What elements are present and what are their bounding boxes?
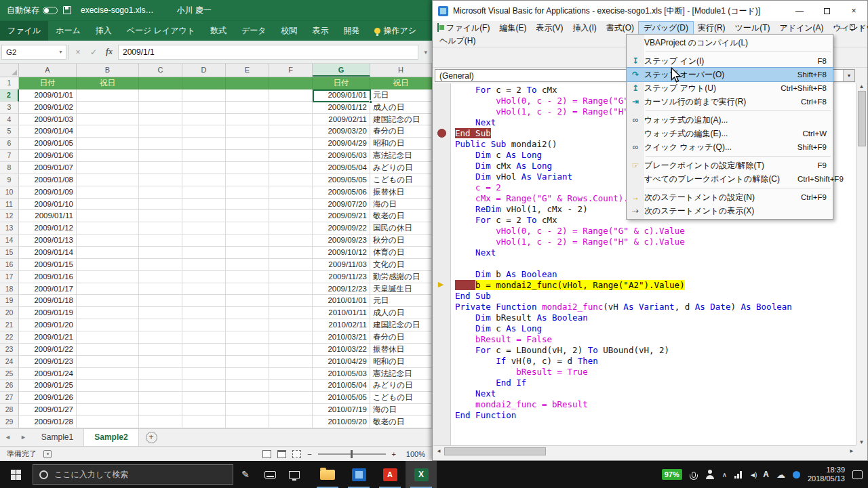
cell[interactable] (226, 89, 269, 102)
cell[interactable] (226, 344, 269, 356)
vba-menu-4[interactable]: 書式(O) (601, 22, 639, 34)
cell[interactable] (182, 368, 226, 380)
cell[interactable]: 日付 (19, 77, 77, 89)
column-header-e[interactable]: E (226, 64, 269, 77)
cell[interactable]: 祝日 (77, 77, 139, 89)
cell[interactable]: 2009/01/21 (19, 331, 77, 344)
cell[interactable] (182, 331, 226, 344)
vba-menu-2[interactable]: 表示(V) (531, 22, 568, 34)
vertical-scrollbar[interactable]: ▲ ▼ (856, 83, 867, 445)
cell[interactable]: 2010/09/20 (313, 416, 370, 428)
cell[interactable]: 建国記念の日 (370, 114, 432, 126)
cell[interactable]: 2010/01/01 (313, 295, 370, 307)
cell[interactable]: 2009/01/05 (19, 138, 77, 150)
cell[interactable] (182, 102, 226, 114)
cell[interactable] (269, 247, 313, 259)
cell[interactable] (269, 114, 313, 126)
cell[interactable] (77, 199, 139, 211)
code-line[interactable]: b = mondai2_func(vHol, Range("A2").Value… (455, 280, 856, 291)
cell[interactable]: 祝日 (370, 77, 432, 89)
cell[interactable]: 2010/01/11 (313, 307, 370, 319)
code-line[interactable]: vHol(1, c - 2) = Range("H" & c).Value (455, 237, 856, 247)
cell[interactable] (139, 247, 182, 259)
cell[interactable] (269, 138, 313, 150)
excel-taskbar-button[interactable]: X (406, 461, 437, 488)
cell[interactable] (182, 125, 226, 138)
sheet-tab-sample2[interactable]: Sample2 (84, 429, 138, 446)
debug-menu-item[interactable]: ウォッチ式の編集(E)...Ctrl+W (627, 127, 833, 140)
row-header[interactable]: 25 (0, 368, 19, 380)
cell[interactable] (77, 404, 139, 416)
horizontal-scrollbar[interactable]: ◄ ► (433, 445, 857, 456)
cell[interactable] (269, 380, 313, 392)
maximize-button[interactable] (813, 1, 840, 21)
row-header[interactable]: 11 (0, 199, 19, 211)
cell[interactable]: 2009/10/12 (313, 247, 370, 259)
code-line[interactable]: For c = LBound(vH, 2) To UBound(vH, 2) (455, 345, 856, 356)
cell[interactable] (139, 222, 182, 235)
cell[interactable] (139, 331, 182, 344)
row-header[interactable]: 22 (0, 331, 19, 344)
cell[interactable] (77, 368, 139, 380)
code-line[interactable]: Dim b As Boolean (455, 269, 856, 280)
cell[interactable] (182, 307, 226, 319)
cell[interactable]: 2009/09/22 (313, 222, 370, 235)
cell[interactable] (182, 319, 226, 331)
code-line[interactable]: End If (455, 378, 856, 388)
scroll-down-icon[interactable]: ▼ (859, 439, 865, 445)
minimize-button[interactable]: — (786, 1, 813, 21)
cell[interactable] (226, 210, 269, 222)
cell[interactable]: 敬老の日 (370, 416, 432, 428)
cell[interactable]: 国民の休日 (370, 222, 432, 235)
cell[interactable]: 2009/11/03 (313, 259, 370, 271)
cell[interactable] (139, 368, 182, 380)
cell[interactable] (77, 162, 139, 174)
cell[interactable] (269, 356, 313, 368)
debug-menu-item[interactable]: VBAProject のコンパイル(L) (627, 36, 833, 49)
touch-keyboard-icon[interactable] (258, 461, 282, 488)
row-header[interactable]: 5 (0, 125, 19, 138)
column-header-g[interactable]: G (313, 64, 370, 77)
cell[interactable] (269, 392, 313, 404)
vba-menu-6[interactable]: 実行(R) (693, 22, 730, 34)
cell[interactable]: 建国記念の日 (370, 319, 432, 331)
cell[interactable] (226, 162, 269, 174)
cell[interactable] (182, 162, 226, 174)
cell[interactable] (182, 295, 226, 307)
vba-menu-8[interactable]: アドイン(A) (774, 22, 828, 34)
debug-menu-item[interactable]: ⇥カーソル行の前まで実行(R)Ctrl+F8 (627, 95, 833, 108)
cell[interactable]: 海の日 (370, 199, 432, 211)
cell[interactable] (226, 235, 269, 247)
mdi-restore-icon[interactable] (850, 22, 855, 33)
code-line[interactable]: mondai2_func = bResult (455, 399, 856, 410)
cell[interactable]: 2009/01/14 (19, 247, 77, 259)
cell[interactable]: 2009/01/03 (19, 114, 77, 126)
sheet-tab-sample1[interactable]: Sample1 (31, 429, 84, 446)
cell[interactable] (182, 404, 226, 416)
row-header[interactable]: 19 (0, 295, 19, 307)
formula-input[interactable]: 2009/1/1 (118, 45, 418, 60)
code-line[interactable]: If vH(0, c) = d Then (455, 356, 856, 367)
debug-menu-item[interactable]: ☞ブレークポイントの設定/解除(T)F9 (627, 159, 833, 172)
cell[interactable]: こどもの日 (370, 392, 432, 404)
cell[interactable] (77, 295, 139, 307)
cell[interactable]: 勤労感謝の日 (370, 271, 432, 283)
debug-menu-item[interactable]: ↧ステップ イン(I)F8 (627, 54, 833, 68)
cell[interactable]: 2009/01/15 (19, 259, 77, 271)
ink-workspace-icon[interactable]: ✎ (233, 461, 258, 488)
cell[interactable] (77, 186, 139, 199)
cell[interactable]: 2009/01/02 (19, 102, 77, 114)
cell[interactable]: 2009/01/06 (19, 150, 77, 162)
cell[interactable] (139, 162, 182, 174)
cell[interactable] (182, 416, 226, 428)
breakpoint-indicator[interactable] (437, 129, 446, 138)
row-header[interactable]: 6 (0, 138, 19, 150)
mdi-close-icon[interactable]: × (860, 22, 864, 33)
cell[interactable] (182, 235, 226, 247)
fill-handle[interactable] (369, 100, 372, 104)
cell[interactable] (182, 222, 226, 235)
select-all-corner[interactable] (0, 64, 19, 77)
cell[interactable] (139, 344, 182, 356)
cell[interactable] (77, 114, 139, 126)
code-line[interactable]: Dim c As Long (455, 323, 856, 334)
